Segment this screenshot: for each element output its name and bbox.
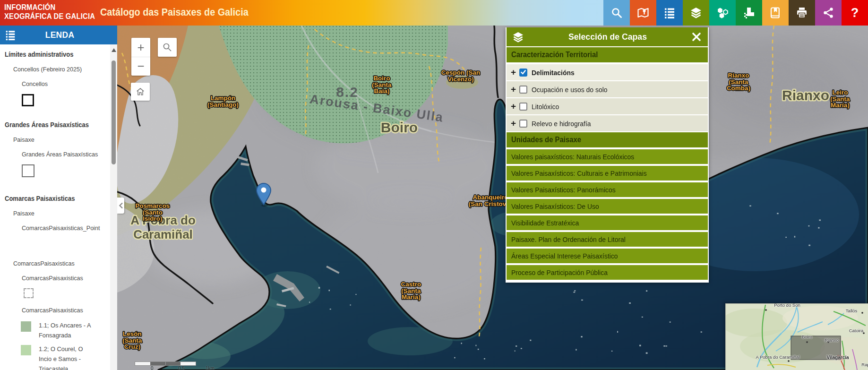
app-window: INFORMACIÓN XEOGRÁFICA DE GALICIA Catálo…	[0, 0, 868, 370]
book-icon	[769, 6, 782, 19]
layer-checkbox[interactable]	[519, 69, 527, 77]
layer-green-row[interactable]: Valores Paisaxísticos: Culturais e Patri…	[507, 166, 708, 181]
layer-label: Proceso de Participación Pública	[511, 268, 608, 276]
scrollbar-thumb[interactable]	[112, 60, 116, 164]
overview-map[interactable]: Porto do SonTallósCatoiraBoiroRianxoA Po…	[725, 303, 868, 370]
book-button[interactable]	[762, 0, 789, 26]
layer-green-row[interactable]: Valores Paisaxísticos: De Uso	[507, 199, 708, 214]
legend-swatch-row: 1.2; O Courel, O Incio e Samos - Triacas…	[21, 344, 110, 370]
expand-icon[interactable]: +	[510, 118, 517, 129]
search-button[interactable]	[603, 0, 630, 26]
map-parish-label: Lampón(Santiago)	[207, 95, 239, 108]
legend-symbol-square-black	[22, 94, 34, 106]
map-parish-label: Castro(SantaMaría)	[401, 281, 421, 301]
layer-panel-rows: Caracterización Territorial+Delimitación…	[507, 47, 708, 280]
legend-item: Paisaxe	[13, 209, 103, 218]
sidebar-collapse-button[interactable]	[117, 198, 124, 214]
list-button[interactable]	[656, 0, 683, 26]
layer-check-row[interactable]: +Ocupación e usos do solo	[507, 81, 708, 97]
layer-checkbox[interactable]	[519, 120, 527, 128]
sidebar-title: LENDA	[20, 30, 99, 40]
scroll-up-arrow[interactable]	[112, 48, 116, 52]
close-icon[interactable]	[691, 31, 702, 43]
layer-check-row[interactable]: +Relevo e hidrografía	[507, 115, 708, 131]
overview-label: Tallós	[846, 308, 857, 313]
layer-label: Valores Paisaxísticos: Panorámicos	[511, 186, 616, 194]
legend-list-icon	[4, 29, 17, 41]
map-search-button[interactable]	[158, 38, 177, 57]
legend-item: ComarcasPaisaxisticas_Point	[22, 224, 103, 232]
scale-label: 0.5	[178, 366, 185, 370]
scale-label: 1km	[206, 366, 215, 370]
header-bar: INFORMACIÓN XEOGRÁFICA DE GALICIA Catálo…	[0, 0, 868, 26]
expand-icon[interactable]: +	[510, 84, 517, 95]
overview-label: Vilagarcía	[826, 355, 849, 360]
legend-swatch	[21, 345, 31, 355]
legend-content: Límites administrativosConcellos (Febrei…	[0, 44, 110, 370]
scale-bar: 00.51km	[135, 361, 196, 370]
map-parish-label: Rianxo(SantaComba)	[727, 72, 750, 92]
layer-label: Litolóxico	[532, 103, 559, 111]
layers-button[interactable]	[683, 0, 709, 26]
search-icon	[163, 43, 172, 52]
overview-label: Rianxo	[825, 337, 839, 343]
blocks-button[interactable]	[736, 0, 762, 26]
zoom-out-button[interactable]: −	[131, 57, 150, 76]
help-button[interactable]: ?	[842, 0, 868, 26]
layer-section-row[interactable]: Unidades de Paisaxe	[507, 132, 708, 147]
scale-bar-segments	[135, 361, 196, 366]
zoom-control: + −	[131, 38, 150, 76]
layer-checkbox[interactable]	[519, 103, 527, 111]
map-canvas[interactable]: 8.2Arousa - Baixo UllaBoiroRianxoA Pobra…	[117, 26, 868, 370]
legend-item: Concellos	[22, 79, 103, 88]
zoom-in-button[interactable]: +	[131, 38, 150, 57]
map-button[interactable]	[630, 0, 656, 26]
layer-green-row[interactable]: Áreas Especial Interese Paisaxístico	[507, 249, 708, 263]
layer-label: Paisaxe. Plan de Ordenación de Litoral	[511, 235, 626, 243]
map-icon	[636, 6, 650, 19]
layers-icon	[512, 31, 524, 43]
map-municipality-label: Rianxo	[782, 87, 829, 103]
print-icon	[795, 6, 808, 19]
layer-label: Áreas Especial Interese Paisaxístico	[511, 252, 618, 260]
expand-icon[interactable]: +	[510, 67, 517, 77]
layer-panel-title: Selección de Capas	[530, 32, 685, 42]
share-button[interactable]	[815, 0, 842, 26]
layer-section-row[interactable]: Caracterización Territorial	[507, 47, 708, 62]
overview-label: Rap	[861, 362, 868, 367]
layer-label: Valores paisaxísticos: Naturais Ecolóxic…	[511, 153, 634, 161]
share-icon	[822, 6, 835, 19]
layer-check-row[interactable]: +Delimitacións	[507, 64, 708, 80]
layer-green-row[interactable]: Valores paisaxísticos: Naturais Ecolóxic…	[507, 149, 708, 164]
expand-icon[interactable]: +	[510, 101, 517, 112]
overview-map-image	[726, 304, 868, 370]
hexagons-icon	[716, 6, 729, 19]
layer-check-row[interactable]: +Litolóxico	[507, 98, 708, 114]
print-button[interactable]	[789, 0, 815, 26]
layers-icon	[689, 6, 703, 19]
legend-symbol-square-grey	[22, 164, 34, 177]
map-parish-label: Boiro(SantaBaia)	[372, 75, 392, 95]
map-parish-label: Leiro(SantaMaría)	[830, 89, 850, 109]
scale-label: 0	[151, 366, 154, 370]
layer-green-row[interactable]: Valores Paisaxísticos: Panorámicos	[507, 182, 708, 197]
home-icon	[135, 86, 146, 97]
check-icon	[520, 69, 526, 77]
layer-green-row[interactable]: Paisaxe. Plan de Ordenación de Litoral	[507, 232, 708, 247]
layer-green-row[interactable]: Proceso de Participación Pública	[507, 265, 708, 280]
legend-item: Grandes Áreas Paisaxísticas	[22, 150, 103, 159]
layer-checkbox[interactable]	[519, 86, 527, 94]
overview-label: A Pobra do Caramiñal	[756, 354, 800, 360]
toolbar: ?	[603, 0, 868, 26]
home-extent-button[interactable]	[131, 83, 150, 101]
sidebar-scrollbar[interactable]	[110, 44, 117, 370]
legend-item: Comarcas Paisaxisticas	[5, 194, 102, 203]
logo-line2: XEOGRÁFICA DE GALICIA	[4, 12, 95, 21]
hexagons-button[interactable]	[709, 0, 736, 26]
map-municipality-label: Boiro	[381, 120, 418, 135]
layer-green-row[interactable]: Visibilidade Estratéxica	[507, 215, 708, 230]
layer-section-label: Caracterización Territorial	[511, 51, 598, 59]
logo: INFORMACIÓN XEOGRÁFICA DE GALICIA	[4, 3, 95, 21]
layer-label: Valores Paisaxísticos: De Uso	[511, 202, 599, 210]
legend-sidebar-header[interactable]: LENDA	[0, 26, 117, 44]
